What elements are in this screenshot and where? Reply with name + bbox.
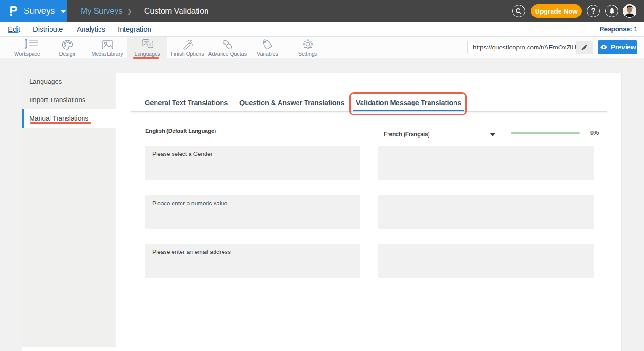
- svg-text:文: 文: [143, 40, 148, 45]
- svg-text:A: A: [149, 42, 151, 47]
